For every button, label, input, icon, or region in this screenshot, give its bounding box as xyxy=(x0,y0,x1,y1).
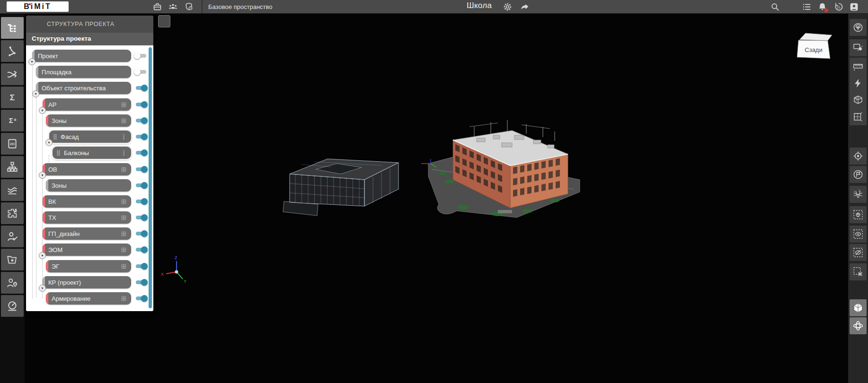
brick-building-model[interactable] xyxy=(421,120,580,218)
tree-item[interactable]: Проект xyxy=(32,50,131,62)
expander-chevron-icon[interactable]: ▾ xyxy=(39,252,46,259)
close-icon[interactable] xyxy=(141,19,150,28)
panel-menu-icon[interactable] xyxy=(32,20,40,28)
shaded-mode-button[interactable] xyxy=(850,299,867,316)
clover-icon[interactable] xyxy=(120,246,127,253)
briefcase-icon[interactable] xyxy=(152,2,162,12)
user-avatar-icon[interactable] xyxy=(849,2,859,12)
kebab-menu-icon[interactable] xyxy=(120,133,127,140)
visibility-toggle[interactable] xyxy=(134,211,148,224)
hierarchy-button[interactable] xyxy=(1,156,24,178)
visibility-toggle[interactable] xyxy=(134,131,148,143)
export-folder-button[interactable] xyxy=(1,249,24,270)
tree-item[interactable]: Площадка xyxy=(36,66,131,78)
visibility-toggle[interactable] xyxy=(134,66,148,78)
tree-item[interactable]: Зоны xyxy=(46,179,131,192)
team-icon[interactable] xyxy=(168,2,178,12)
view-cube[interactable]: Сзади xyxy=(797,33,832,59)
tree-scrollbar[interactable] xyxy=(149,47,152,308)
plan-grid-button[interactable] xyxy=(850,108,867,125)
user-location-button[interactable] xyxy=(1,272,24,294)
clover-icon[interactable] xyxy=(120,117,127,124)
orbit-mode-button[interactable] xyxy=(850,317,867,334)
visibility-toggle[interactable] xyxy=(134,244,148,256)
visibility-toggle[interactable] xyxy=(134,50,148,62)
expander-chevron-icon[interactable]: ▾ xyxy=(39,285,46,292)
expander-chevron-icon[interactable]: ▾ xyxy=(39,107,46,114)
visibility-toggle[interactable] xyxy=(134,260,148,272)
drag-handle-icon[interactable] xyxy=(56,149,61,157)
user-approvals-button[interactable] xyxy=(1,226,24,247)
settings-gear-icon[interactable] xyxy=(503,2,513,12)
axes-grid-button[interactable]: 12 xyxy=(850,186,867,203)
show-selected-button[interactable] xyxy=(850,226,867,243)
history-icon[interactable]: 10 xyxy=(834,2,844,12)
measure-button[interactable] xyxy=(850,58,867,75)
screenshot-capture-button[interactable] xyxy=(158,15,170,27)
search-icon[interactable] xyxy=(770,2,780,12)
visibility-toggle[interactable] xyxy=(134,163,148,175)
tree-item[interactable]: Зоны xyxy=(46,114,131,127)
project-structure-button[interactable] xyxy=(1,17,24,39)
region-select-button[interactable] xyxy=(850,39,867,56)
clover-icon[interactable] xyxy=(120,263,127,270)
tree-item[interactable]: Фасад xyxy=(49,131,131,143)
flags-button[interactable] xyxy=(850,166,867,183)
workspace-selector[interactable]: Базовое пространство xyxy=(208,0,321,13)
share-icon[interactable] xyxy=(520,2,530,12)
analytics-button[interactable] xyxy=(1,179,24,201)
geometry-path-button[interactable] xyxy=(1,40,24,62)
plugins-button[interactable] xyxy=(1,202,24,224)
tree-item[interactable]: Балконы xyxy=(53,147,131,159)
clover-icon[interactable] xyxy=(120,214,127,221)
clear-selection-button[interactable] xyxy=(850,263,867,280)
clover-icon[interactable] xyxy=(120,295,127,302)
summary-button[interactable]: Σ xyxy=(1,87,24,108)
hide-selected-button[interactable] xyxy=(850,244,867,261)
drag-handle-icon[interactable] xyxy=(53,133,57,140)
tree-item[interactable]: Армирование xyxy=(46,292,131,305)
shield-user-icon[interactable] xyxy=(184,2,194,12)
environment-tree-button[interactable] xyxy=(850,19,867,36)
structure-selector-dropdown[interactable]: Структура проекта xyxy=(26,33,153,45)
expander-chevron-icon[interactable]: ▾ xyxy=(32,90,39,97)
visibility-toggle[interactable] xyxy=(134,179,148,192)
list-menu-icon[interactable] xyxy=(802,2,812,12)
clover-icon[interactable] xyxy=(120,101,127,108)
visibility-toggle[interactable] xyxy=(134,195,148,208)
visibility-toggle[interactable] xyxy=(134,276,148,288)
tree-item[interactable]: ОВ xyxy=(43,163,131,175)
visibility-toggle[interactable] xyxy=(134,227,148,240)
visibility-toggle[interactable] xyxy=(134,147,148,159)
isolate-object-button[interactable] xyxy=(850,206,867,223)
visibility-toggle[interactable] xyxy=(134,82,148,94)
mapping-button[interactable] xyxy=(1,63,24,85)
wireframe-building-model[interactable] xyxy=(283,159,399,216)
app-logo[interactable]: BiMiT xyxy=(7,1,69,12)
expander-chevron-icon[interactable]: ▾ xyxy=(39,172,46,179)
visibility-toggle[interactable] xyxy=(134,292,148,305)
tree-item[interactable]: ТХ xyxy=(43,211,131,224)
tree-item[interactable]: ВК xyxy=(43,195,131,208)
clover-icon[interactable] xyxy=(120,198,127,205)
expander-chevron-icon[interactable]: ▾ xyxy=(28,58,35,65)
visibility-toggle[interactable] xyxy=(134,114,148,127)
sheets-2d-button[interactable]: 2D xyxy=(1,133,24,155)
summary-add-button[interactable]: Σ+ xyxy=(1,110,24,131)
clash-check-button[interactable] xyxy=(850,75,867,92)
expander-chevron-icon[interactable]: ▾ xyxy=(45,139,53,146)
locate-button[interactable] xyxy=(850,148,867,165)
bell-icon[interactable] xyxy=(817,2,827,12)
dashboard-button[interactable] xyxy=(1,295,24,317)
clover-icon[interactable] xyxy=(120,230,127,237)
section-box-button[interactable] xyxy=(850,91,867,108)
tree-item[interactable]: Объект строительства xyxy=(36,82,131,94)
tree-item[interactable]: КР (проект) xyxy=(43,276,131,288)
tree-item[interactable]: ГП_дизайн xyxy=(43,227,131,240)
kebab-menu-icon[interactable] xyxy=(120,149,127,157)
tree-item[interactable]: ЭОМ xyxy=(43,244,131,256)
tree-item[interactable]: АР xyxy=(43,98,131,111)
tree-item[interactable]: ЭГ xyxy=(46,260,131,272)
clover-icon[interactable] xyxy=(120,166,127,173)
visibility-toggle[interactable] xyxy=(134,98,148,111)
